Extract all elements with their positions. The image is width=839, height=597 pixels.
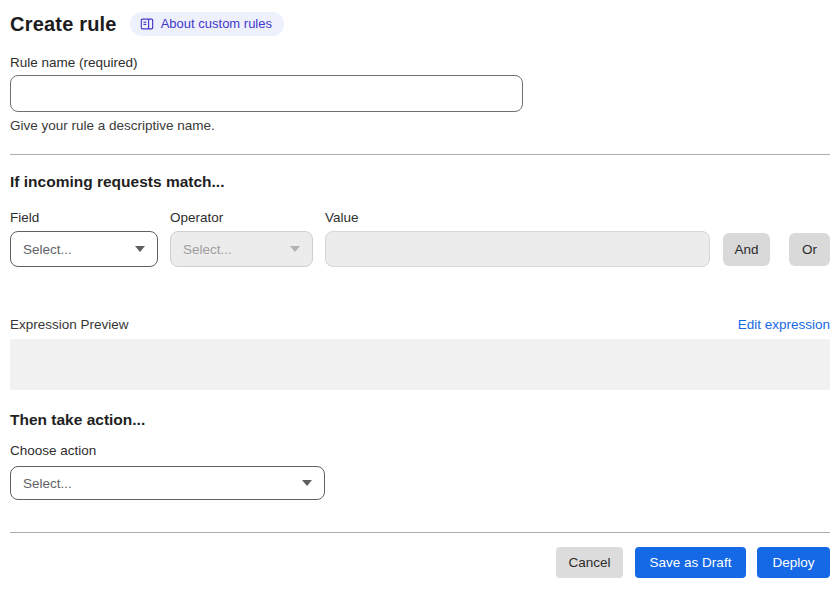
footer-divider xyxy=(10,532,830,533)
choose-action-value: Select... xyxy=(23,476,72,491)
operator-label: Operator xyxy=(170,210,325,225)
chevron-down-icon xyxy=(135,246,145,252)
operator-select-value: Select... xyxy=(183,242,232,257)
about-badge-label: About custom rules xyxy=(161,16,272,31)
and-button[interactable]: And xyxy=(723,233,770,266)
rule-name-label: Rule name (required) xyxy=(10,55,830,70)
match-column-labels: Field Operator Value xyxy=(10,210,830,225)
expression-preview-row: Expression Preview Edit expression xyxy=(10,317,830,332)
rule-name-input[interactable] xyxy=(10,75,523,112)
page-title: Create rule xyxy=(10,13,117,36)
field-select[interactable]: Select... xyxy=(10,231,158,267)
operator-select[interactable]: Select... xyxy=(170,231,313,267)
field-label: Field xyxy=(10,210,170,225)
match-section-heading: If incoming requests match... xyxy=(10,173,830,191)
edit-expression-link[interactable]: Edit expression xyxy=(738,317,830,332)
expression-preview-box xyxy=(10,339,830,390)
about-custom-rules-link[interactable]: About custom rules xyxy=(130,12,284,36)
cancel-button[interactable]: Cancel xyxy=(556,547,623,578)
or-button[interactable]: Or xyxy=(789,233,830,266)
match-controls-row: Select... Select... And Or xyxy=(10,231,830,267)
save-as-draft-button[interactable]: Save as Draft xyxy=(635,547,746,578)
chevron-down-icon xyxy=(302,480,312,486)
choose-action-select[interactable]: Select... xyxy=(10,466,325,500)
create-rule-form: Create rule About custom rules Rule name… xyxy=(0,0,839,578)
book-icon xyxy=(140,17,154,31)
action-section-heading: Then take action... xyxy=(10,411,830,429)
section-divider xyxy=(10,154,830,155)
deploy-button[interactable]: Deploy xyxy=(757,547,830,578)
footer-actions: Cancel Save as Draft Deploy xyxy=(10,547,830,578)
value-label: Value xyxy=(325,210,359,225)
value-input[interactable] xyxy=(325,231,710,267)
page-header: Create rule About custom rules xyxy=(10,10,830,38)
expression-preview-label: Expression Preview xyxy=(10,317,129,332)
rule-name-helper: Give your rule a descriptive name. xyxy=(10,118,830,133)
chevron-down-icon xyxy=(290,246,300,252)
field-select-value: Select... xyxy=(23,242,72,257)
choose-action-label: Choose action xyxy=(10,443,830,458)
